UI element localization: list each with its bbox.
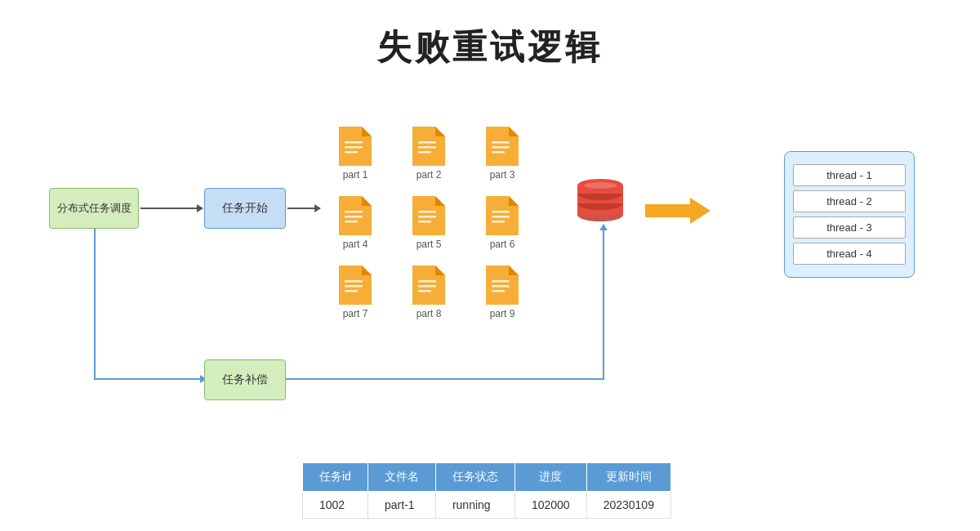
- table-row: 1002part-1running10200020230109: [303, 492, 671, 519]
- svg-rect-22: [418, 211, 436, 213]
- line-vert-from-scheduler: [94, 229, 96, 380]
- col-progress: 进度: [514, 463, 586, 492]
- doc-part9: part 9: [482, 266, 523, 319]
- thread-1: thread - 1: [793, 164, 906, 186]
- svg-marker-21: [435, 196, 445, 206]
- svg-marker-41: [509, 266, 519, 275]
- part8-label: part 8: [416, 308, 442, 319]
- task-compensate-label: 任务补偿: [222, 373, 268, 387]
- col-task-status: 任务状态: [435, 463, 514, 492]
- svg-marker-6: [435, 127, 445, 136]
- thread-container: thread - 1 thread - 2 thread - 3 thread …: [784, 151, 915, 278]
- svg-marker-31: [362, 266, 372, 275]
- svg-point-52: [584, 182, 617, 189]
- task-start-box: 任务开始: [204, 188, 286, 229]
- svg-rect-2: [345, 141, 363, 144]
- svg-rect-29: [492, 221, 505, 223]
- page-title: 失败重试逻辑: [0, 0, 980, 70]
- doc-part8: part 8: [408, 266, 449, 319]
- svg-rect-38: [418, 285, 436, 288]
- part9-label: part 9: [490, 308, 515, 319]
- table-cell: 1002: [303, 492, 368, 519]
- doc-part7: part 7: [335, 266, 376, 319]
- line-horiz-to-compensate: [94, 378, 206, 380]
- svg-rect-27: [492, 211, 510, 213]
- svg-rect-14: [492, 151, 505, 154]
- svg-rect-3: [345, 146, 363, 149]
- thread-3: thread - 3: [793, 216, 906, 239]
- part7-label: part 7: [343, 308, 368, 319]
- svg-rect-34: [345, 290, 358, 292]
- doc-part5: part 5: [408, 196, 449, 250]
- col-filename: 文件名: [368, 463, 435, 492]
- svg-rect-24: [418, 221, 431, 223]
- svg-marker-36: [435, 266, 445, 275]
- svg-rect-19: [345, 221, 358, 223]
- thread-4: thread - 4: [793, 243, 906, 265]
- arrow-start-to-parts: [287, 207, 320, 209]
- svg-marker-16: [362, 196, 372, 206]
- scheduler-box: 分布式任务调度: [49, 188, 139, 229]
- svg-rect-43: [492, 285, 510, 288]
- task-start-label: 任务开始: [222, 201, 268, 216]
- svg-rect-23: [418, 216, 436, 218]
- part6-label: part 6: [490, 239, 515, 250]
- part1-label: part 1: [343, 169, 368, 181]
- redis-icon: [572, 176, 629, 225]
- svg-marker-26: [509, 196, 519, 206]
- svg-rect-4: [345, 151, 358, 154]
- doc-part6: part 6: [482, 196, 523, 250]
- doc-part1: part 1: [335, 127, 376, 181]
- svg-rect-12: [492, 141, 510, 144]
- col-task-id: 任务id: [303, 463, 368, 492]
- svg-marker-53: [645, 198, 710, 224]
- svg-rect-9: [418, 151, 431, 154]
- part3-label: part 3: [490, 169, 515, 181]
- line-vert-to-redis: [603, 225, 604, 380]
- svg-rect-32: [345, 280, 363, 283]
- svg-rect-8: [418, 146, 436, 149]
- arrow-redis-to-threads: [645, 194, 710, 227]
- table-cell: part-1: [368, 492, 435, 519]
- svg-rect-39: [418, 290, 431, 292]
- svg-rect-37: [418, 280, 436, 283]
- task-compensate-box: 任务补偿: [204, 359, 286, 400]
- svg-rect-17: [345, 211, 363, 213]
- arrow-scheduler-to-start: [140, 207, 203, 209]
- part5-label: part 5: [416, 239, 442, 250]
- doc-part2: part 2: [408, 127, 449, 181]
- svg-rect-13: [492, 146, 510, 149]
- part2-label: part 2: [416, 169, 442, 181]
- scheduler-label: 分布式任务调度: [57, 201, 131, 216]
- table-cell: 102000: [514, 492, 586, 519]
- data-table: 任务id 文件名 任务状态 进度 更新时间 1002part-1running1…: [302, 462, 671, 519]
- doc-part3: part 3: [482, 127, 523, 181]
- table-cell: running: [435, 492, 514, 519]
- svg-marker-1: [362, 127, 372, 136]
- line-horiz-from-compensate: [286, 378, 604, 380]
- thread-2: thread - 2: [793, 190, 906, 212]
- part4-label: part 4: [343, 239, 368, 250]
- svg-rect-33: [345, 285, 363, 288]
- svg-rect-18: [345, 216, 363, 218]
- doc-part4: part 4: [335, 196, 376, 250]
- col-update-time: 更新时间: [586, 463, 670, 492]
- svg-rect-7: [418, 141, 436, 144]
- svg-marker-11: [509, 127, 519, 136]
- svg-rect-28: [492, 216, 510, 218]
- svg-rect-42: [492, 280, 510, 283]
- svg-rect-44: [492, 290, 505, 292]
- table-cell: 20230109: [586, 492, 670, 519]
